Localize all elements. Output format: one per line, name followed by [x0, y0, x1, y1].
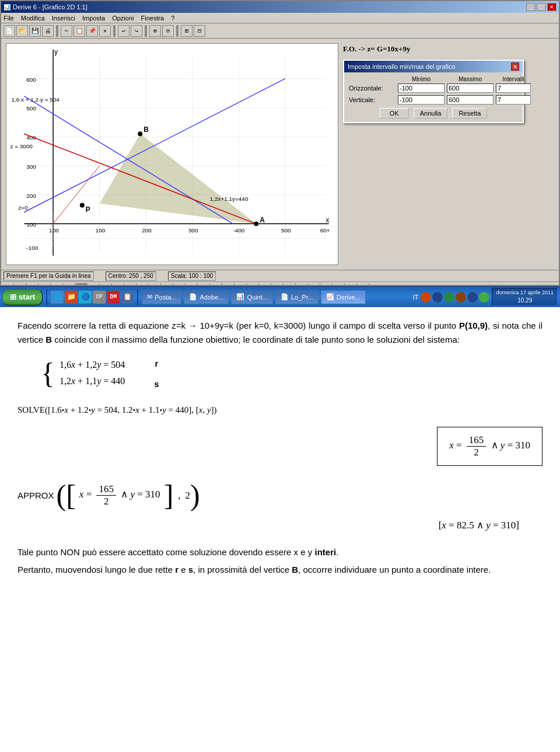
verticale-int-input[interactable]: [496, 95, 531, 105]
toolbar-zoom-in[interactable]: ⊕: [149, 25, 161, 37]
toolbar-grid[interactable]: ⊞: [181, 25, 192, 37]
dialog-box: Imposta intervallo min/max del grafico ✕…: [343, 60, 524, 123]
final-paragraph-1: Tale punto NON può essere accettato come…: [18, 545, 542, 559]
menu-finestra[interactable]: Finestra: [141, 15, 164, 22]
taskbar-icon-1[interactable]: 🌐: [51, 291, 64, 304]
menu-opzioni[interactable]: Opzioni: [112, 15, 134, 22]
toolbar-cut[interactable]: ✂: [61, 25, 72, 37]
minimize-button[interactable]: _: [526, 3, 536, 11]
math-btn-check[interactable]: ✓: [2, 283, 14, 286]
toolbar-save[interactable]: 💾: [29, 25, 41, 37]
fraction-165-2: 165 2: [467, 434, 487, 458]
paragraph-1: Facendo scorrere la retta di equazione z…: [18, 319, 542, 347]
math-prime[interactable]: ': [247, 283, 259, 286]
verticale-max-input[interactable]: [447, 95, 494, 105]
math-backslash[interactable]: \: [223, 283, 235, 286]
math-eq2[interactable]: =: [162, 283, 173, 286]
svg-text:600: 600: [26, 76, 36, 83]
taskbar-quint[interactable]: 📊 Quint...: [231, 290, 272, 304]
resetta-button[interactable]: Resetta: [452, 108, 487, 119]
taskbar-icon-op[interactable]: OP: [93, 291, 106, 304]
taskbar-icon-2[interactable]: 📁: [65, 291, 78, 304]
orizzontale-max-input[interactable]: [447, 83, 494, 93]
toolbar-delete[interactable]: ✕: [99, 25, 111, 37]
fo-label: F.O. -> z= G=10x+9y: [343, 44, 556, 54]
toolbar-undo[interactable]: ↩: [118, 25, 130, 37]
verticale-min-input[interactable]: [398, 95, 444, 105]
toolbar-redo[interactable]: ↪: [131, 25, 142, 37]
math-sqrt[interactable]: √: [198, 283, 210, 286]
math-percent[interactable]: %: [149, 283, 161, 286]
taskbar-posta[interactable]: ✉ Posta...: [142, 290, 181, 304]
start-button[interactable]: ⊞ start: [2, 289, 43, 305]
final-text-container: Tale punto NON può essere accettato come…: [18, 545, 542, 577]
content-area: Facendo scorrere la retta di equazione z…: [0, 307, 560, 589]
math-upsilon[interactable]: υ: [235, 283, 247, 286]
taskbar-derive[interactable]: 📈 Derive...: [321, 290, 366, 304]
taskbar-icon-3[interactable]: 🔵: [79, 291, 92, 304]
math-lt[interactable]: <: [174, 283, 186, 286]
math-bracket-open[interactable]: [: [88, 283, 100, 286]
dialog-headers: Minimo Massimo Intervalli: [349, 76, 518, 82]
big-bracket-open2: [: [66, 483, 76, 508]
math-eq3[interactable]: =: [272, 283, 284, 286]
svg-text:-100: -100: [26, 245, 38, 251]
math-btn-tilde[interactable]: ~: [39, 283, 51, 286]
math-btn-x[interactable]: ✕: [51, 283, 63, 286]
math-gamma[interactable]: Γ: [333, 283, 345, 286]
math-le[interactable]: ≤: [186, 283, 198, 286]
dialog-close-button[interactable]: ✕: [511, 62, 519, 71]
math-e[interactable]: e: [284, 283, 296, 286]
title-bar-left: 📊 Derive 6 - [Grafico 2D 1:1]: [4, 4, 88, 11]
math-pi[interactable]: π: [296, 283, 308, 286]
svg-text:y: y: [54, 48, 58, 56]
math-plus[interactable]: +: [113, 283, 124, 286]
toolbar-open[interactable]: 📂: [16, 25, 28, 37]
math-btn-x2[interactable]: ✕: [64, 283, 75, 286]
big-bracket-open: (: [57, 483, 66, 508]
math-caret[interactable]: ^: [137, 283, 149, 286]
toolbar-copy[interactable]: 📋: [74, 25, 85, 37]
window-title: Derive 6 - [Grafico 2D 1:1]: [13, 4, 88, 11]
date-time-display: domenica 17 aprile 2011 10.29: [492, 288, 558, 306]
svg-text:1,6·x + 1,2·y = 504: 1,6·x + 1,2·y = 504: [11, 96, 60, 103]
math-partial[interactable]: ∂: [309, 283, 320, 286]
status-centro: Centro: 250 , 250: [106, 271, 156, 281]
toolbar-print[interactable]: 🖨: [42, 25, 54, 37]
svg-text:300: 300: [188, 227, 198, 234]
toolbar-zoom-out[interactable]: ⊖: [162, 25, 174, 37]
taskbar-icon-dm[interactable]: DM: [107, 291, 120, 304]
taskbar-right: IT domenica 17 aprile 2011 10.29: [413, 288, 558, 306]
toolbar-paste[interactable]: 📌: [86, 25, 98, 37]
orizzontale-min-input[interactable]: [398, 83, 444, 93]
taskbar-adobe[interactable]: 📄 Adobe...: [184, 290, 229, 304]
annulla-button[interactable]: Annulla: [414, 108, 448, 119]
math-dot[interactable]: ·: [125, 283, 136, 286]
taskbar-icon-4[interactable]: 📋: [121, 291, 134, 304]
math-chi[interactable]: χ: [358, 283, 369, 286]
toolbar-axes[interactable]: ⊟: [194, 25, 205, 37]
menu-inserisci[interactable]: Inserisci: [52, 15, 75, 22]
close-button[interactable]: ✕: [547, 3, 556, 11]
toolbar-new[interactable]: 📄: [4, 25, 15, 37]
svg-text:-400: -400: [233, 227, 244, 234]
taskbar-lopr[interactable]: 📄 Lo_Pr...: [275, 290, 318, 304]
bold-interi: interi: [314, 547, 336, 557]
menu-file[interactable]: File: [4, 15, 14, 22]
verticale-label: Verticale:: [349, 96, 396, 103]
math-minus[interactable]: -: [211, 283, 222, 286]
math-btn-approx[interactable]: ≈: [27, 283, 38, 286]
ok-button[interactable]: OK: [380, 108, 409, 119]
tray-icon-5: [467, 292, 478, 302]
math-btn-eq[interactable]: =: [15, 283, 26, 286]
menu-imposta[interactable]: Imposta: [82, 15, 105, 22]
math-sigma[interactable]: Σ: [321, 283, 332, 286]
orizzontale-int-input[interactable]: [496, 83, 531, 93]
maximize-button[interactable]: □: [537, 3, 546, 11]
math-zeta[interactable]: ζ: [345, 283, 357, 286]
svg-point-41: [138, 131, 142, 136]
menu-help[interactable]: ?: [171, 15, 174, 22]
menu-modifica[interactable]: Modifica: [21, 15, 45, 22]
math-colon[interactable]: :: [260, 283, 271, 286]
math-bracket-open2[interactable]: {: [100, 283, 112, 286]
